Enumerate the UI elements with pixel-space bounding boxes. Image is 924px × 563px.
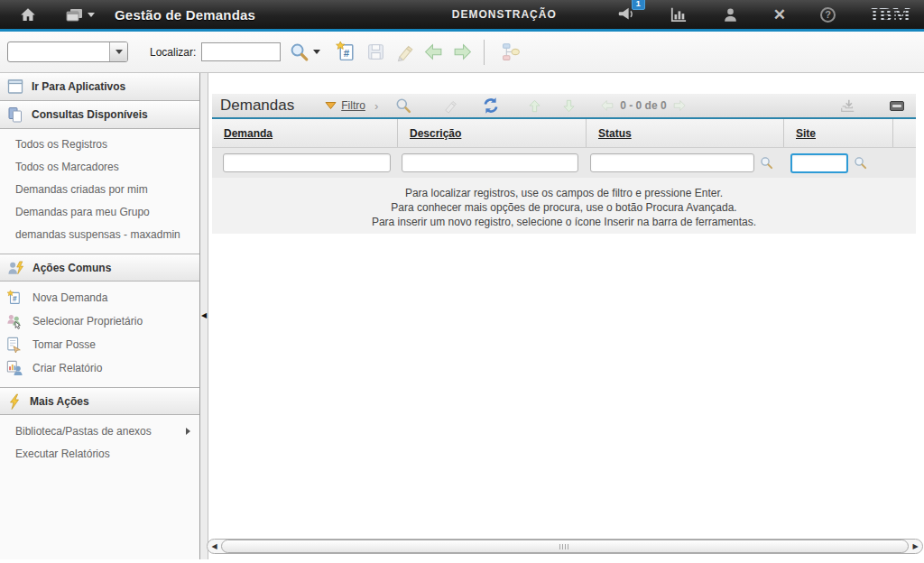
save-button[interactable] (365, 42, 386, 62)
scroll-left-icon[interactable]: ◀ (208, 540, 221, 553)
create-report-icon (6, 360, 23, 376)
arrow-down-icon (561, 98, 577, 114)
select-caret-button[interactable] (109, 42, 127, 61)
signout-button[interactable]: ✕ (773, 5, 786, 24)
workflow-button[interactable] (500, 41, 522, 63)
column-header-status[interactable]: Status (587, 119, 784, 147)
action-item-create-report[interactable]: Criar Relatório (0, 356, 199, 380)
minimize-icon (890, 101, 904, 111)
help-line: Para conhecer mais opções de procura, us… (212, 200, 916, 215)
filter-input-status[interactable] (590, 153, 754, 172)
scrollbar-thumb[interactable] (221, 540, 909, 553)
close-icon: ✕ (773, 5, 786, 24)
column-header-demanda[interactable]: Demanda (212, 119, 398, 147)
next-record-button[interactable] (452, 42, 473, 62)
refresh-button[interactable] (482, 97, 500, 115)
panel-title: Demandas (220, 97, 294, 115)
query-select[interactable] (7, 42, 128, 62)
profile-button[interactable] (722, 6, 739, 23)
take-ownership-icon (6, 337, 23, 353)
common-actions-list: # Nova Demanda Selecionar Proprietário T… (0, 282, 199, 387)
queries-icon (7, 106, 23, 123)
new-record-button[interactable]: # (335, 41, 357, 63)
chevron-down-icon (88, 13, 95, 17)
bar-chart-icon (670, 6, 688, 23)
arrow-right-icon (452, 42, 473, 62)
clear-changes-button[interactable] (394, 42, 415, 62)
search-button[interactable] (289, 42, 320, 62)
eraser-icon (394, 42, 415, 62)
next-page-button[interactable] (672, 98, 687, 113)
minimize-table-button[interactable] (890, 101, 904, 111)
refresh-icon (482, 97, 500, 115)
query-item-all-records[interactable]: Todos os Registros (0, 134, 199, 156)
search-icon (289, 42, 310, 62)
ibm-logo: IBM (871, 4, 911, 26)
site-lookup-button[interactable] (853, 155, 868, 171)
column-header-site[interactable]: Site (784, 119, 893, 147)
query-item-suspended-maxadmin[interactable]: demandas suspensas - maxadmin (0, 224, 199, 246)
action-item-label: Executar Relatórios (15, 448, 110, 460)
sidebar-header-common-actions[interactable]: Ações Comuns (0, 254, 199, 282)
search-icon (759, 155, 774, 171)
action-item-take-ownership[interactable]: Tomar Posse (0, 333, 199, 356)
previous-page-button[interactable] (600, 98, 614, 113)
home-button[interactable] (16, 3, 40, 26)
sidebar-header-label: Ações Comuns (32, 262, 111, 274)
filter-input-demanda[interactable] (223, 153, 391, 172)
chevron-down-icon (313, 50, 320, 54)
app-window-icon (7, 78, 23, 95)
find-input[interactable] (201, 42, 281, 61)
action-item-run-reports[interactable]: Executar Relatórios (0, 442, 199, 465)
reports-button[interactable] (670, 6, 688, 23)
panel-toolbar: Demandas Filtro › (212, 94, 916, 119)
query-item-all-bookmarks[interactable]: Todos os Marcadores (0, 156, 199, 179)
sidebar-item-go-to-applications[interactable]: Ir Para Aplicativos (0, 73, 199, 101)
applications-menu-button[interactable] (63, 5, 95, 24)
horizontal-scrollbar[interactable]: ◀ ▶ (207, 539, 923, 554)
previous-record-button[interactable] (423, 42, 444, 62)
action-item-select-owner[interactable]: Selecionar Proprietário (0, 309, 199, 333)
query-item-for-my-group[interactable]: Demandas para meu Grupo (0, 201, 199, 224)
collapse-sidebar-icon[interactable]: ◀ (201, 311, 207, 319)
filter-input-site[interactable] (790, 153, 848, 173)
column-header-empty (893, 119, 916, 147)
more-actions-list: Biblioteca/Pastas de anexos Executar Rel… (0, 415, 199, 472)
status-lookup-button[interactable] (759, 155, 774, 171)
sidebar-splitter[interactable]: ◀ (200, 73, 208, 559)
table-search-button[interactable] (394, 97, 412, 115)
notification-badge: 1 (632, 0, 645, 10)
query-item-created-by-me[interactable]: Demandas criadas por mim (0, 179, 199, 201)
announcements-button[interactable]: 1 (615, 5, 635, 23)
eraser-icon (441, 97, 458, 115)
search-icon (394, 97, 412, 115)
find-label: Localizar: (150, 46, 196, 59)
svg-text:#: # (13, 295, 17, 303)
select-owner-icon (6, 313, 23, 329)
table-header-row: Demanda Descrição Status Site (212, 119, 916, 148)
help-button[interactable]: ? (820, 7, 836, 23)
download-button[interactable] (839, 97, 855, 114)
table-help-area: Para localizar registros, use os campos … (212, 178, 916, 234)
action-item-new-demand[interactable]: # Nova Demanda (0, 286, 199, 309)
new-record-icon: # (335, 41, 357, 63)
clear-filter-button[interactable] (441, 97, 458, 115)
sidebar-header-available-queries[interactable]: Consultas Disponíveis (0, 101, 199, 129)
sidebar-header-more-actions[interactable]: Mais Ações (0, 387, 199, 415)
table-filter-row (212, 148, 916, 178)
scroll-right-icon[interactable]: ▶ (909, 540, 922, 553)
arrow-left-icon (423, 42, 444, 62)
previous-row-button[interactable] (527, 98, 542, 114)
column-header-descricao[interactable]: Descrição (398, 119, 587, 147)
action-item-attachments-library[interactable]: Biblioteca/Pastas de anexos (0, 420, 199, 442)
sidebar-header-label: Ir Para Aplicativos (32, 80, 125, 93)
next-row-button[interactable] (561, 98, 577, 114)
filter-link[interactable]: Filtro (341, 99, 365, 112)
action-item-label: Criar Relatório (32, 362, 102, 374)
filter-input-descricao[interactable] (402, 153, 578, 172)
arrow-up-icon (527, 98, 542, 114)
sidebar: Ir Para Aplicativos Consultas Disponívei… (0, 73, 200, 559)
filter-toggle[interactable]: Filtro (325, 99, 365, 112)
action-item-label: Nova Demanda (32, 291, 107, 304)
main-content: Demandas Filtro › (208, 73, 924, 559)
